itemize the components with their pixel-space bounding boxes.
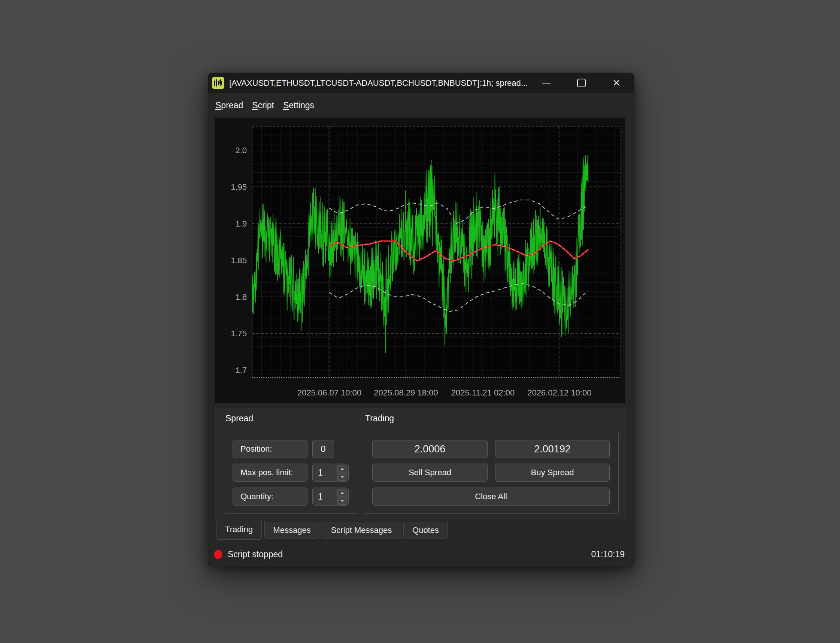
svg-text:1.95: 1.95 [231,183,247,192]
close-button[interactable]: ✕ [599,73,634,93]
minimize-button[interactable] [528,73,564,93]
max-pos-limit-value: 1 [318,468,323,478]
close-all-button[interactable]: Close All [372,488,610,506]
position-label: Position: [233,440,307,458]
spread-chart[interactable]: 2.01.951.91.851.81.751.72025.06.07 10:00… [215,118,625,403]
spread-groupbox: Position: 0 Max pos. limit: 1 Quantity: … [224,431,358,514]
position-value: 0 [312,440,334,458]
title-bar: [AVAXUSDT,ETHUSDT,LTCUSDT-ADAUSDT,BCHUSD… [208,73,634,93]
svg-text:1.75: 1.75 [231,329,247,338]
svg-text:2.0: 2.0 [235,146,247,155]
step-up-button[interactable] [338,489,347,497]
maximize-icon [577,78,586,87]
chevron-down-icon [341,476,344,478]
chevron-up-icon [341,492,344,494]
minimize-icon [542,83,551,83]
script-status-indicator [214,550,222,559]
svg-text:2025.06.07 10:00: 2025.06.07 10:00 [297,388,361,397]
stepper-buttons [338,489,347,505]
svg-text:1.7: 1.7 [235,366,247,375]
tab-script-messages[interactable]: Script Messages [321,522,402,539]
step-down-button[interactable] [338,497,347,505]
quantity-value: 1 [318,492,323,502]
status-bar: Script stopped 01:10:19 [208,543,634,566]
close-icon: ✕ [613,78,621,88]
quantity-stepper[interactable]: 1 [312,488,349,506]
svg-text:1.85: 1.85 [231,256,247,265]
trading-group-title: Trading [365,413,394,424]
status-clock: 01:10:19 [591,549,625,560]
tab-messages[interactable]: Messages [264,522,320,539]
buy-spread-button[interactable]: Buy Spread [495,463,610,481]
quantity-label: Quantity: [233,488,307,506]
script-status-text: Script stopped [228,549,591,560]
menu-settings[interactable]: Settings [279,98,319,113]
svg-text:2025.11.21 02:00: 2025.11.21 02:00 [451,388,515,397]
sell-price-display[interactable]: 2.0006 [372,440,488,458]
step-down-button[interactable] [338,473,347,481]
chevron-down-icon [341,500,344,502]
tab-quotes[interactable]: Quotes [403,522,448,539]
menu-bar: Spread Script Settings [208,93,634,118]
tab-trading[interactable]: Trading [216,520,262,540]
spread-chart-icon [212,77,224,89]
spread-group-title: Spread [225,413,253,424]
svg-text:1.9: 1.9 [235,219,247,228]
window-title: [AVAXUSDT,ETHUSDT,LTCUSDT-ADAUSDT,BCHUSD… [229,78,528,88]
svg-text:1.8: 1.8 [235,292,247,302]
sell-spread-button[interactable]: Sell Spread [372,463,488,481]
svg-text:2026.02.12 10:00: 2026.02.12 10:00 [527,388,591,397]
buy-price-display[interactable]: 2.00192 [495,440,610,458]
app-window: [AVAXUSDT,ETHUSDT,LTCUSDT-ADAUSDT,BCHUSD… [208,73,634,566]
menu-spread[interactable]: Spread [211,98,248,113]
trading-tab-pane: Spread Trading Position: 0 Max pos. limi… [215,408,625,521]
max-pos-limit-stepper[interactable]: 1 [312,463,349,481]
window-controls: ✕ [528,73,634,93]
svg-text:2025.08.29 18:00: 2025.08.29 18:00 [374,388,438,397]
chevron-up-icon [341,468,344,470]
stepper-buttons [338,465,347,481]
menu-script[interactable]: Script [248,98,279,113]
step-up-button[interactable] [338,465,347,473]
maximize-button[interactable] [564,73,599,93]
max-pos-limit-label: Max pos. limit: [233,463,307,481]
trading-groupbox: 2.0006 2.00192 Sell Spread Buy Spread Cl… [364,431,619,514]
